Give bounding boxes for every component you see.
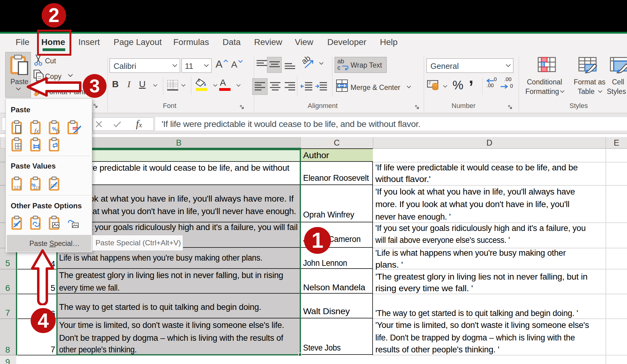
svg-text:fx: fx — [34, 127, 39, 134]
svg-text:123: 123 — [14, 185, 21, 190]
svg-text:fx: fx — [56, 128, 60, 134]
svg-text:123: 123 — [33, 185, 40, 190]
